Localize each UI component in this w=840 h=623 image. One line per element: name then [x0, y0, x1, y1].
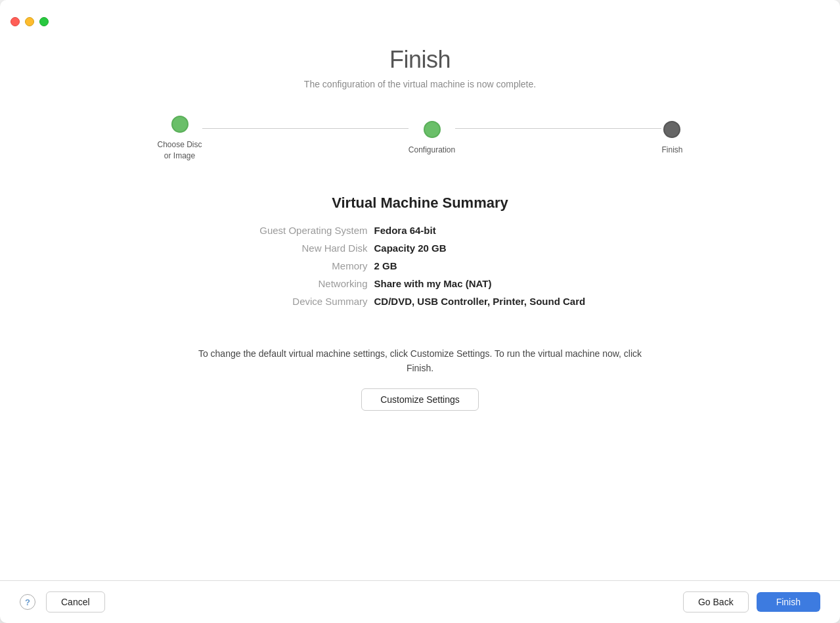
traffic-lights	[11, 17, 49, 26]
summary-row-disk: New Hard Disk Capacity 20 GB	[190, 242, 650, 254]
close-button[interactable]	[11, 17, 20, 26]
summary-value-disk: Capacity 20 GB	[374, 242, 650, 254]
finish-button[interactable]: Finish	[757, 592, 820, 612]
step-choose-disc: Choose Discor Image	[158, 116, 202, 162]
summary-value-networking: Share with my Mac (NAT)	[374, 278, 650, 289]
summary-value-devices: CD/DVD, USB Controller, Printer, Sound C…	[374, 296, 650, 307]
cancel-button[interactable]: Cancel	[46, 591, 105, 612]
page-subtitle: The configuration of the virtual machine…	[304, 79, 536, 89]
summary-label-memory: Memory	[190, 260, 374, 271]
step-circle-choose-disc	[171, 116, 188, 133]
step-label-choose-disc: Choose Discor Image	[158, 139, 202, 162]
title-bar	[0, 0, 840, 33]
summary-row-devices: Device Summary CD/DVD, USB Controller, P…	[190, 296, 650, 307]
summary-value-os: Fedora 64-bit	[374, 225, 650, 236]
customize-settings-button[interactable]: Customize Settings	[361, 388, 479, 411]
summary-row-os: Guest Operating System Fedora 64-bit	[190, 225, 650, 236]
summary-value-memory: 2 GB	[374, 260, 650, 271]
minimize-button[interactable]	[25, 17, 34, 26]
summary-title: Virtual Machine Summary	[332, 195, 508, 212]
summary-label-os: Guest Operating System	[190, 225, 374, 236]
progress-stepper: Choose Discor Image Configuration Finish	[158, 116, 683, 162]
summary-row-memory: Memory 2 GB	[190, 260, 650, 271]
step-connector-1	[202, 128, 409, 129]
page-title: Finish	[389, 46, 451, 74]
maximize-button[interactable]	[39, 17, 49, 26]
summary-section: Virtual Machine Summary Guest Operating …	[158, 195, 683, 313]
step-label-finish: Finish	[661, 145, 682, 156]
footer-left: ? Cancel	[20, 591, 105, 612]
summary-table: Guest Operating System Fedora 64-bit New…	[190, 225, 650, 313]
step-circle-configuration	[424, 121, 441, 138]
summary-label-networking: Networking	[190, 278, 374, 289]
help-button[interactable]: ?	[20, 594, 35, 610]
main-content: Finish The configuration of the virtual …	[0, 33, 840, 580]
step-configuration: Configuration	[409, 121, 455, 156]
customize-section: To change the default virtual machine se…	[197, 346, 644, 411]
info-text: To change the default virtual machine se…	[197, 346, 644, 376]
step-label-configuration: Configuration	[409, 145, 455, 156]
footer: ? Cancel Go Back Finish	[0, 580, 840, 623]
step-finish: Finish	[661, 121, 682, 156]
summary-row-networking: Networking Share with my Mac (NAT)	[190, 278, 650, 289]
step-circle-finish	[663, 121, 680, 138]
step-connector-2	[455, 128, 661, 129]
summary-label-devices: Device Summary	[190, 296, 374, 307]
window: Finish The configuration of the virtual …	[0, 0, 840, 623]
footer-right: Go Back Finish	[683, 591, 820, 612]
go-back-button[interactable]: Go Back	[683, 591, 749, 612]
summary-label-disk: New Hard Disk	[190, 242, 374, 254]
